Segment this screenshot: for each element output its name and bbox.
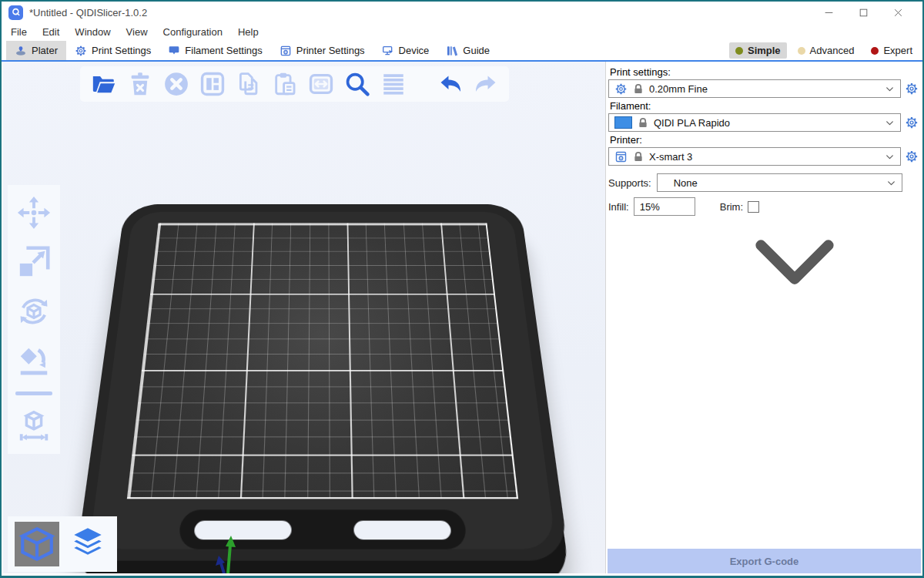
filament-color-swatch (614, 116, 632, 129)
undo-redo-group (437, 69, 500, 99)
menu-help[interactable]: Help (230, 25, 266, 39)
tab-guide-label: Guide (463, 45, 490, 56)
editor-3d-view-button[interactable] (15, 522, 59, 566)
menu-view[interactable]: View (119, 25, 156, 39)
gizmo-separator (15, 391, 52, 395)
export-gcode-button[interactable]: Export G-code (608, 549, 921, 573)
brim-label: Brim: (720, 201, 743, 213)
printer-icon (280, 45, 292, 57)
split-instances-button[interactable] (306, 69, 336, 99)
place-on-face-button[interactable] (15, 342, 52, 379)
chevron-down-icon (885, 84, 895, 94)
device-icon (382, 45, 394, 57)
close-button[interactable] (881, 2, 916, 22)
bed-handle (178, 509, 467, 549)
settings-sidebar: Print settings: 0.20mm Fine Filament: QI… (605, 62, 921, 573)
chevron-down-icon (886, 178, 896, 188)
chevron-down-icon (885, 118, 895, 128)
layers-preview-icon (69, 525, 107, 563)
printer-bed-scene (76, 166, 569, 573)
preview-view-button[interactable] (65, 522, 110, 566)
lock-icon (633, 83, 644, 95)
brim-checkbox[interactable] (748, 201, 759, 213)
tab-print-settings[interactable]: Print Settings (66, 41, 159, 60)
delete-button[interactable] (126, 69, 155, 99)
simple-mode-dot-icon (735, 47, 743, 55)
arrange-button[interactable] (198, 69, 227, 99)
cube-3d-icon (18, 525, 56, 563)
minimize-button[interactable] (812, 2, 846, 22)
tab-plater[interactable]: Plater (6, 41, 66, 60)
supports-combo[interactable]: None (657, 173, 902, 192)
variable-layer-height-button[interactable] (379, 69, 408, 99)
search-button[interactable] (343, 69, 372, 99)
axis-indicator-icon (192, 528, 292, 573)
guide-icon (446, 45, 458, 57)
title-bar: *Untitled - QIDISlicer-1.0.2 (2, 2, 922, 23)
mode-expert[interactable]: Expert (865, 42, 919, 59)
arrange-grid-icon (199, 71, 226, 97)
window-controls (812, 2, 916, 22)
print-plate-grid (127, 223, 518, 499)
move-arrows-icon (16, 195, 52, 230)
scale-gizmo-button[interactable] (15, 244, 52, 281)
tab-printer-settings-label: Printer Settings (296, 45, 365, 56)
rotate-icon (16, 294, 52, 329)
menu-window[interactable]: Window (67, 25, 118, 39)
tab-printer-settings[interactable]: Printer Settings (271, 41, 373, 60)
top-toolbar (80, 66, 509, 102)
undo-arrow-icon (438, 71, 464, 97)
print-settings-label: Print settings: (610, 66, 917, 78)
infill-label: Infill: (608, 201, 629, 213)
open-project-button[interactable] (89, 69, 119, 99)
expert-mode-dot-icon (871, 47, 879, 55)
view-switch-toolbar (8, 516, 117, 572)
viewport-3d[interactable] (3, 62, 605, 573)
printer-combo[interactable]: X-smart 3 (608, 147, 901, 166)
undo-button[interactable] (437, 69, 466, 99)
search-icon (344, 71, 370, 97)
redo-arrow-icon (472, 71, 498, 97)
minimize-icon (824, 8, 834, 18)
lock-icon (633, 151, 644, 163)
mode-advanced-label: Advanced (810, 45, 855, 56)
menu-edit[interactable]: Edit (35, 25, 67, 39)
copy-icon (236, 71, 262, 97)
tab-guide[interactable]: Guide (437, 41, 498, 60)
mode-advanced[interactable]: Advanced (792, 42, 861, 59)
tab-device[interactable]: Device (373, 41, 438, 60)
edit-printer-button[interactable] (905, 150, 919, 163)
copy-button[interactable] (234, 69, 263, 99)
mode-simple[interactable]: Simple (729, 42, 787, 59)
menu-bar: File Edit Window View Configuration Help (2, 23, 922, 41)
filament-label: Filament: (610, 100, 917, 112)
paste-button[interactable] (270, 69, 300, 99)
chevron-down-icon (679, 202, 689, 212)
gear-icon (905, 150, 919, 163)
mode-simple-label: Simple (748, 45, 781, 56)
advanced-mode-dot-icon (798, 47, 805, 55)
maximize-button[interactable] (846, 2, 881, 22)
measure-button[interactable] (15, 408, 52, 445)
printer-value: X-smart 3 (649, 151, 692, 163)
filament-combo[interactable]: QIDI PLA Rapido (608, 113, 901, 132)
move-gizmo-button[interactable] (15, 194, 52, 231)
gizmo-toolbar (8, 185, 60, 454)
app-window: *Untitled - QIDISlicer-1.0.2 File Edit W… (0, 0, 924, 578)
rotate-gizmo-button[interactable] (15, 293, 52, 330)
print-settings-combo[interactable]: 0.20mm Fine (608, 79, 901, 98)
menu-configuration[interactable]: Configuration (156, 25, 230, 39)
folder-open-icon (91, 71, 117, 97)
infill-combo[interactable]: 15% (634, 197, 695, 216)
menu-file[interactable]: File (3, 25, 35, 39)
tab-filament-settings[interactable]: Filament Settings (159, 41, 270, 60)
tab-plater-label: Plater (32, 45, 58, 56)
flatten-icon (16, 343, 52, 378)
window-title: *Untitled - QIDISlicer-1.0.2 (29, 7, 147, 18)
split-arrows-icon (308, 71, 334, 97)
delete-all-button[interactable] (162, 69, 191, 99)
edit-filament-button[interactable] (905, 116, 919, 129)
redo-button[interactable] (470, 69, 500, 99)
edit-print-settings-button[interactable] (905, 82, 919, 96)
chevron-down-icon (885, 152, 895, 162)
